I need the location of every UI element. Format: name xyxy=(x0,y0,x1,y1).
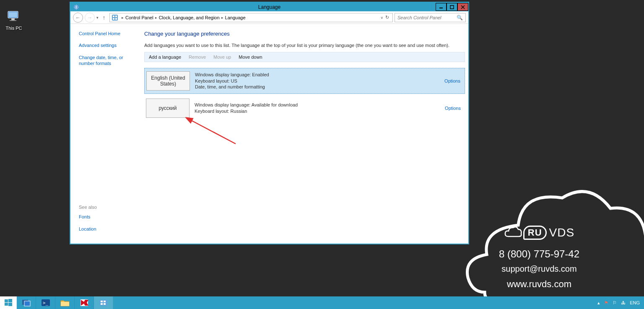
search-icon[interactable]: 🔍 xyxy=(457,15,463,21)
svg-rect-3 xyxy=(10,20,16,21)
svg-rect-15 xyxy=(5,299,8,302)
svg-rect-18 xyxy=(8,303,12,306)
language-icon xyxy=(73,4,80,10)
address-dropdown-icon[interactable]: v xyxy=(381,16,383,20)
language-tile: русский xyxy=(146,99,190,118)
sidebar-link-location[interactable]: Location xyxy=(79,226,97,232)
close-button[interactable] xyxy=(457,3,468,11)
svg-rect-28 xyxy=(101,303,103,305)
language-options-link[interactable]: Options xyxy=(445,106,461,111)
page-description: Add languages you want to use to this li… xyxy=(144,43,465,48)
svg-rect-1 xyxy=(9,12,17,17)
see-also-label: See also xyxy=(79,205,97,210)
command-bar: Add a language Remove Move up Move down xyxy=(144,52,465,62)
sidebar-link-fonts[interactable]: Fonts xyxy=(79,214,97,220)
svg-rect-13 xyxy=(115,18,117,20)
taskbar: >_ ▴ ⚑ ⚐ 🖧 ENG xyxy=(0,296,644,309)
breadcrumb-item[interactable]: Control Panel xyxy=(125,15,153,20)
search-box[interactable]: 🔍 xyxy=(395,13,466,22)
titlebar[interactable]: Language xyxy=(70,3,468,11)
desktop-icon-label: This PC xyxy=(1,26,26,31)
language-list: English (United States) Windows display … xyxy=(144,68,465,121)
language-options-link[interactable]: Options xyxy=(444,78,460,83)
content-area: Change your language preferences Add lan… xyxy=(141,24,468,244)
svg-rect-2 xyxy=(11,18,15,20)
refresh-icon[interactable]: ↻ xyxy=(385,15,389,20)
tray-language-indicator[interactable]: ENG xyxy=(630,300,640,305)
svg-rect-10 xyxy=(113,16,114,17)
svg-rect-6 xyxy=(450,5,454,9)
taskbar-control-panel[interactable] xyxy=(94,296,113,309)
desktop-icon-this-pc[interactable]: This PC xyxy=(1,9,26,31)
tray-action-center-icon[interactable]: ⚐ xyxy=(613,300,617,306)
control-panel-icon xyxy=(112,14,118,21)
cloud-icon xyxy=(504,226,522,240)
language-row[interactable]: русский Windows display language: Availa… xyxy=(144,96,465,121)
sidebar: Control Panel Home Advanced settings Cha… xyxy=(70,24,141,244)
back-button[interactable]: ← xyxy=(73,13,83,23)
computer-icon xyxy=(6,9,21,24)
tray-network-icon[interactable]: 🖧 xyxy=(621,300,626,305)
move-down-button[interactable]: Move down xyxy=(239,55,262,60)
navbar: ← → ▾ ↑ ▸ Control Panel ▸ Clock, Languag… xyxy=(70,11,468,24)
sidebar-link-advanced[interactable]: Advanced settings xyxy=(79,42,137,48)
taskbar-explorer[interactable] xyxy=(55,296,75,309)
window-title: Language xyxy=(70,4,468,10)
history-dropdown-icon[interactable]: ▾ xyxy=(96,16,99,20)
svg-rect-27 xyxy=(104,301,106,302)
svg-rect-26 xyxy=(101,301,103,302)
tray-show-hidden-icon[interactable]: ▴ xyxy=(597,300,600,306)
watermark-text: RU VDS 8 (800) 775-97-42 support@ruvds.c… xyxy=(476,226,602,290)
system-tray: ▴ ⚑ ⚐ 🖧 ENG xyxy=(593,296,644,309)
search-input[interactable] xyxy=(397,15,457,20)
svg-rect-29 xyxy=(104,303,106,305)
address-bar[interactable]: ▸ Control Panel ▸ Clock, Language, and R… xyxy=(109,13,393,22)
up-button[interactable]: ↑ xyxy=(100,14,108,21)
language-row[interactable]: English (United States) Windows display … xyxy=(144,68,465,94)
taskbar-kaspersky[interactable] xyxy=(75,296,94,309)
move-up-button: Move up xyxy=(213,55,231,60)
language-info: Windows display language: Enabled Keyboa… xyxy=(195,72,269,91)
svg-rect-12 xyxy=(113,18,114,20)
svg-rect-11 xyxy=(115,16,117,17)
taskbar-server-manager[interactable] xyxy=(17,296,36,309)
svg-text:>_: >_ xyxy=(43,300,49,306)
tray-security-icon[interactable]: ⚑ xyxy=(604,300,608,306)
breadcrumb-item[interactable]: Language xyxy=(225,15,246,20)
svg-rect-17 xyxy=(5,303,8,306)
sidebar-link-home[interactable]: Control Panel Home xyxy=(79,31,137,36)
page-heading: Change your language preferences xyxy=(144,31,465,37)
add-language-button[interactable]: Add a language xyxy=(149,55,181,60)
forward-button: → xyxy=(85,13,95,23)
taskbar-powershell[interactable]: >_ xyxy=(36,296,55,309)
language-info: Windows display language: Available for … xyxy=(195,102,298,114)
maximize-button[interactable] xyxy=(447,3,457,11)
svg-rect-20 xyxy=(24,301,30,306)
minimize-button[interactable] xyxy=(436,3,447,11)
svg-rect-23 xyxy=(61,302,69,306)
remove-button: Remove xyxy=(189,55,206,60)
svg-rect-16 xyxy=(8,299,12,302)
sidebar-link-date-formats[interactable]: Change date, time, or number formats xyxy=(79,55,137,67)
breadcrumb-item[interactable]: Clock, Language, and Region xyxy=(159,15,220,20)
start-button[interactable] xyxy=(0,296,17,309)
control-panel-window: Language ← → ▾ ↑ ▸ Control Panel ▸ Clock… xyxy=(70,2,469,244)
language-tile: English (United States) xyxy=(146,71,190,91)
